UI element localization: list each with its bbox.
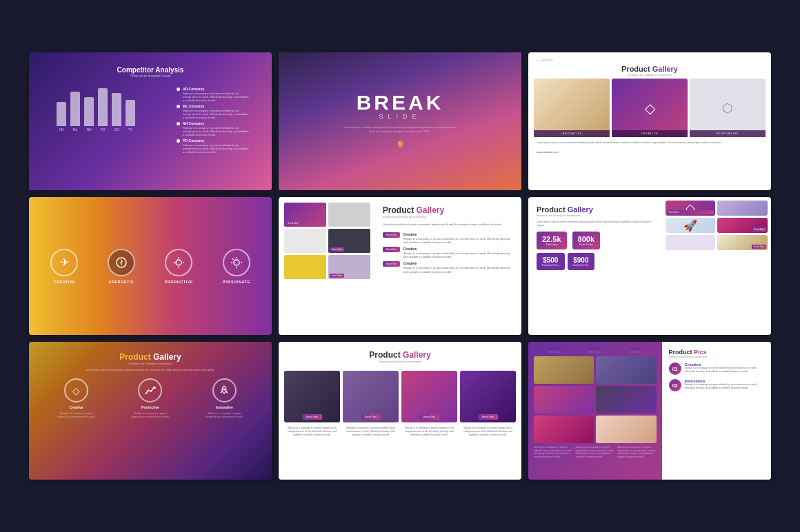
slide-6-content: Product Gallery Investors are looking fo…: [528, 197, 662, 335]
slide-9-item-2: 02 Innovative Startup is a company or pr…: [669, 379, 764, 391]
slide-3-img-3: ⬡ RESPONSIVE: [690, 79, 766, 137]
break-description: Lorem ipsum is simply dummy text of the …: [324, 125, 476, 134]
slide-5-subtitle: Investors are looking for excitement: [383, 215, 514, 218]
slide-9-right: Product Pics Investors are looking for e…: [662, 342, 771, 480]
slide-grid: Competitor Analysis Think at an investor…: [8, 32, 792, 500]
productive-icon: [165, 249, 192, 276]
slide-product-gallery-5: Product Gallery Investors are looking fo…: [279, 342, 521, 480]
slide-5-desc: Lorem ipsum dolor sit amet consectetur a…: [383, 223, 514, 227]
svg-point-6: [234, 260, 239, 265]
slide-9-num-2: 02: [669, 379, 681, 391]
slide-6-img-6: Brand New: [717, 235, 768, 250]
slide-7-item-3: Innovative Startup is a company or proje…: [203, 378, 245, 418]
slide-8-image-row: Brand New Brand New Brand New Brand New: [279, 371, 521, 427]
slide-9-left: 1st QT Brand New 2nd QT Brand New 3rd QT…: [528, 342, 662, 480]
slide-3-img-2: ◇ CREATIVE: [612, 79, 688, 137]
slide-8-img-1: Brand New: [284, 371, 340, 422]
passionate-label: PASSIONATE: [223, 280, 250, 284]
slide-9-right-sub: Investors are looking for excitement: [669, 356, 764, 358]
slide-3-box-icon: ⬡: [722, 101, 733, 116]
slide-9-img-5: [534, 416, 594, 443]
icon-creative: ✈ CREATIVE: [50, 249, 78, 284]
slide-6-price-1: $500 Estimated Price: [537, 253, 565, 270]
slide-competitor-analysis: Competitor Analysis Think at an investor…: [29, 52, 272, 190]
slide-8-img-2: Brand New: [343, 371, 399, 422]
slide-5-item-3: Brand New CreativeStartup is a company o…: [383, 261, 514, 273]
slide-5-img-2: [328, 203, 370, 227]
slide-3-brand: — Unicorn: [537, 58, 553, 62]
slide-8-footer-1: Startup is a company or project initiate…: [284, 427, 340, 437]
slide-9-img-1: [534, 356, 594, 384]
svg-point-1: [176, 260, 181, 265]
slide-6-title: Product Gallery: [537, 205, 654, 214]
slide-5-images: Brand New Brand New Brand New: [279, 197, 376, 335]
slide-6-img-3: 🚀: [666, 218, 716, 233]
productive-label: PRODUCTIVE: [165, 280, 193, 284]
slide-9-item-1-desc: Startup is a company or project initiate…: [685, 367, 764, 373]
icon-passionate: PASSIONATE: [223, 249, 250, 284]
slide-6-img-1: ◇Brand New: [666, 201, 716, 216]
break-icon: 💡: [395, 141, 406, 150]
slide-9-item-2-desc: Startup is a company or project initiate…: [685, 383, 764, 389]
slide-8-subtitle: Investors are looking for excitement: [292, 360, 508, 363]
slide-7-desc: Lorem ipsum has been the industry's stan…: [39, 369, 261, 371]
slide-3-footer: Lorem ipsum dolor sit amet consectetur a…: [528, 137, 771, 149]
slide-9-img-4: [596, 386, 656, 413]
slide-8-footer-3: Startup is a company or project initiate…: [401, 427, 457, 437]
slide-5-img-6: Brand New: [328, 255, 370, 279]
slide-7-rocket-icon: [212, 378, 237, 402]
passionate-icon: [223, 249, 250, 276]
slide-6-stat-2: 800k Gross Profits: [572, 232, 600, 249]
slide-9-header-row: 1st QT Brand New 2nd QT Brand New 3rd QT…: [534, 347, 657, 354]
slide-product-gallery-3: Product Gallery Investors are looking fo…: [528, 197, 771, 335]
slide-icons: ✈ CREATIVE ENERGETIC PRODUCTIVE PASSION: [29, 197, 272, 335]
slide-9-header-1: 1st QT Brand New: [548, 347, 560, 354]
slide-9-right-title: Product Pics: [669, 349, 764, 356]
slide-7-diamond-icon: ◇: [64, 378, 88, 402]
slide-9-header-3: 3rd QT Brand New: [630, 347, 641, 354]
slide-5-title: Product Gallery: [383, 205, 514, 215]
slide-5-img-4: Brand New: [328, 229, 370, 253]
slide-9-num-1: 01: [669, 362, 681, 375]
slide-3-diamond-icon: ◇: [645, 100, 655, 116]
slide-6-img-2: [717, 201, 768, 216]
creative-icon: ✈: [50, 249, 78, 276]
slide-3-title: Product Gallery: [528, 65, 771, 73]
svg-line-11: [232, 258, 233, 259]
slide-product-gallery-4: Product Gallery Investors are looking fo…: [29, 342, 272, 480]
slide-6-images: ◇Brand New 🚀 Brand New Brand New: [662, 197, 771, 335]
creative-label: CREATIVE: [54, 280, 75, 284]
slide-9-left-footer: Startup is a company or project initiate…: [534, 446, 657, 458]
slide-8-img-4: Brand New: [460, 371, 516, 422]
slide-9-img-6: [596, 416, 656, 443]
slide-9-image-grid: [534, 356, 657, 443]
energetic-label: ENERGETIC: [109, 280, 134, 284]
icon-productive: PRODUCTIVE: [165, 249, 193, 284]
slide-5-content: Product Gallery Investors are looking fo…: [376, 197, 521, 335]
slide-5-img-5: [284, 255, 326, 279]
icon-energetic: ENERGETIC: [108, 249, 135, 284]
svg-point-12: [223, 388, 226, 390]
slide-product-pics: 1st QT Brand New 2nd QT Brand New 3rd QT…: [528, 342, 771, 480]
slide-5-item-1: Brand New CreativeStartup is a company o…: [383, 232, 514, 244]
slide-9-img-2: [596, 356, 656, 384]
slide-9-item-1: 01 Creative Startup is a company or proj…: [669, 362, 764, 375]
slide-1-title: Competitor Analysis: [32, 58, 268, 74]
slide-6-subtitle: Investors are looking for excitement: [537, 214, 654, 217]
slide-7-item-2: Productive Startup is a company or proje…: [130, 378, 171, 418]
slide-7-title: Product Gallery: [39, 352, 261, 362]
slide-3-label-3: RESPONSIVE: [690, 130, 766, 137]
break-title: BREAK: [357, 92, 444, 113]
slide-3-img-1: INNOVATIVE: [534, 79, 610, 137]
slide-9-img-3: [534, 386, 594, 413]
slide-8-footer: Startup is a company or project initiate…: [279, 427, 521, 437]
slide-8-footer-2: Startup is a company or project initiate…: [343, 427, 399, 437]
slide-3-subtitle: Investors are looking for excitement: [528, 73, 771, 76]
slide-product-gallery-2: Brand New Brand New Brand New Product Ga…: [279, 197, 521, 335]
slide-6-img-5: [666, 235, 716, 250]
slide-6-desc: Lorem ipsum dolor sit amet consectetur a…: [537, 221, 654, 227]
slide-break: BREAK SLIDE Lorem ipsum is simply dummy …: [279, 52, 521, 190]
slide-6-img-4: Brand New: [717, 218, 768, 233]
slide-3-website: www.website.com: [528, 149, 771, 155]
slide-7-item-1: ◇ Creative Startup is a company or proje…: [56, 378, 97, 418]
